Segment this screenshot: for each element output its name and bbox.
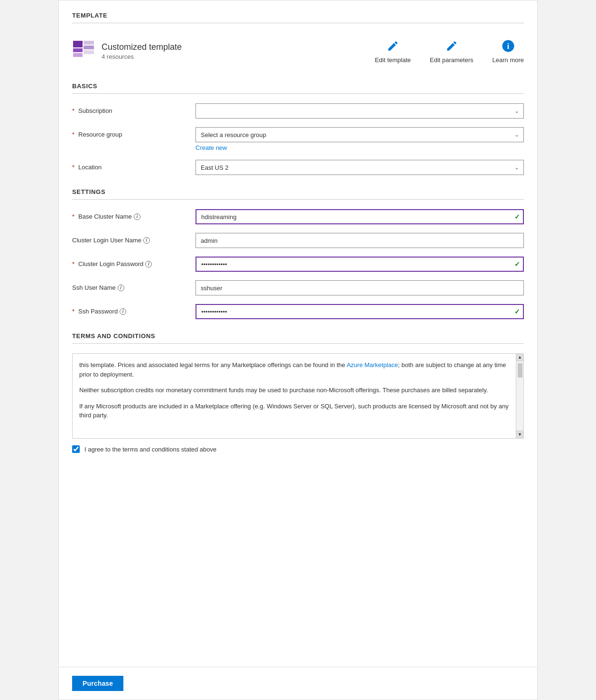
base-cluster-required-star: *: [72, 213, 74, 220]
location-row: * Location East US 2 ⌄: [72, 160, 524, 175]
terms-paragraph-1: this template. Prices and associated leg…: [79, 360, 514, 379]
ssh-password-input-wrapper: ✓: [196, 304, 524, 319]
ssh-username-label: Ssh User Name i: [72, 280, 196, 291]
cluster-login-password-row: * Cluster Login Password i ✓: [72, 257, 524, 272]
page-footer: Purchase: [59, 667, 537, 700]
settings-section-header: SETTINGS: [72, 188, 524, 200]
ssh-username-input[interactable]: [196, 280, 524, 295]
template-info-row: Customized template 4 resources Edit tem…: [72, 33, 524, 69]
ssh-password-row: * Ssh Password i ✓: [72, 304, 524, 319]
ssh-password-valid-icon: ✓: [514, 308, 520, 315]
edit-parameters-button[interactable]: Edit parameters: [430, 38, 474, 64]
ssh-password-control: ✓: [196, 304, 524, 319]
create-new-link[interactable]: Create new: [196, 144, 227, 151]
agree-label[interactable]: I agree to the terms and conditions stat…: [84, 446, 216, 453]
cluster-login-username-control: [196, 233, 524, 248]
azure-marketplace-link[interactable]: Azure Marketplace: [346, 361, 398, 368]
cluster-login-password-input-wrapper: ✓: [196, 257, 524, 272]
base-cluster-info-icon[interactable]: i: [134, 213, 140, 220]
edit-parameters-icon: [444, 38, 459, 54]
subscription-row: * Subscription ⌄: [72, 103, 524, 119]
svg-rect-1: [73, 48, 83, 52]
basics-section: BASICS * Subscription ⌄: [72, 83, 524, 175]
subscription-select[interactable]: [196, 103, 524, 119]
cluster-login-password-required-star: *: [72, 260, 74, 267]
location-control: East US 2 ⌄: [196, 160, 524, 175]
location-required-star: *: [72, 164, 74, 171]
resource-group-label: * Resource group: [72, 127, 196, 138]
scroll-down-icon[interactable]: ▼: [516, 431, 524, 438]
template-subtitle: 4 resources: [102, 53, 182, 60]
ssh-username-info-icon[interactable]: i: [118, 285, 124, 291]
basics-section-header: BASICS: [72, 83, 524, 94]
resource-group-select[interactable]: Select a resource group: [196, 127, 524, 142]
cluster-login-password-valid-icon: ✓: [514, 260, 520, 268]
base-cluster-name-input-wrapper: ✓: [196, 209, 524, 224]
subscription-select-wrapper: ⌄: [196, 103, 524, 119]
ssh-password-info-icon[interactable]: i: [120, 308, 126, 315]
resource-group-row: * Resource group Select a resource group…: [72, 127, 524, 151]
learn-more-label: Learn more: [493, 56, 524, 64]
subscription-required-star: *: [72, 107, 74, 114]
edit-template-label: Edit template: [375, 56, 411, 64]
cluster-login-password-info-icon[interactable]: i: [145, 261, 152, 267]
svg-rect-4: [84, 46, 94, 49]
base-cluster-name-control: ✓: [196, 209, 524, 224]
edit-template-icon: [385, 38, 400, 54]
template-left: Customized template 4 resources: [72, 40, 182, 63]
terms-section: TERMS AND CONDITIONS this template. Pric…: [72, 332, 524, 453]
cluster-login-password-input[interactable]: [196, 257, 524, 272]
resource-group-required-star: *: [72, 131, 74, 138]
svg-rect-3: [84, 41, 94, 45]
cluster-login-username-input-wrapper: [196, 233, 524, 248]
scroll-thumb[interactable]: [518, 363, 522, 378]
resource-group-control: Select a resource group ⌄ Create new: [196, 127, 524, 151]
learn-more-button[interactable]: i Learn more: [493, 38, 524, 64]
template-actions: Edit template Edit parameters: [375, 38, 524, 64]
base-cluster-name-valid-icon: ✓: [514, 213, 520, 221]
template-icon: [72, 40, 95, 63]
cluster-login-username-label: Cluster Login User Name i: [72, 233, 196, 244]
settings-section: SETTINGS * Base Cluster Name i ✓: [72, 188, 524, 319]
base-cluster-name-input[interactable]: [196, 209, 524, 224]
ssh-password-label: * Ssh Password i: [72, 304, 196, 315]
scroll-up-icon[interactable]: ▲: [516, 354, 524, 361]
base-cluster-name-label: * Base Cluster Name i: [72, 209, 196, 220]
location-select-wrapper: East US 2 ⌄: [196, 160, 524, 175]
template-section-header: TEMPLATE: [72, 12, 524, 23]
ssh-username-row: Ssh User Name i: [72, 280, 524, 295]
agree-row: I agree to the terms and conditions stat…: [72, 445, 524, 453]
template-title: Customized template: [102, 42, 182, 52]
edit-template-button[interactable]: Edit template: [375, 38, 411, 64]
svg-text:i: i: [507, 41, 509, 51]
ssh-password-required-star: *: [72, 308, 74, 315]
svg-rect-5: [84, 50, 94, 54]
subscription-label: * Subscription: [72, 103, 196, 114]
terms-paragraph-2: Neither subscription credits nor monetar…: [79, 386, 514, 395]
terms-paragraph-3: If any Microsoft products are included i…: [79, 402, 514, 420]
location-select[interactable]: East US 2: [196, 160, 524, 175]
subscription-control: ⌄: [196, 103, 524, 119]
ssh-password-input[interactable]: [196, 304, 524, 319]
resource-group-select-wrapper: Select a resource group ⌄: [196, 127, 524, 142]
cluster-login-username-row: Cluster Login User Name i: [72, 233, 524, 248]
learn-more-icon: i: [501, 38, 516, 54]
base-cluster-name-row: * Base Cluster Name i ✓: [72, 209, 524, 224]
cluster-login-username-info-icon[interactable]: i: [143, 237, 150, 244]
terms-box[interactable]: this template. Prices and associated leg…: [72, 353, 524, 439]
purchase-button[interactable]: Purchase: [72, 676, 123, 691]
template-section: TEMPLATE Customized template 4 resourc: [72, 12, 524, 69]
svg-rect-2: [73, 53, 83, 57]
edit-parameters-label: Edit parameters: [430, 56, 474, 64]
agree-checkbox[interactable]: [72, 445, 80, 453]
cluster-login-password-control: ✓: [196, 257, 524, 272]
ssh-username-input-wrapper: [196, 280, 524, 295]
ssh-username-control: [196, 280, 524, 295]
cluster-login-username-input[interactable]: [196, 233, 524, 248]
location-label: * Location: [72, 160, 196, 171]
terms-content: this template. Prices and associated leg…: [73, 354, 523, 438]
terms-scrollbar: ▲ ▼: [516, 354, 523, 438]
template-text: Customized template 4 resources: [102, 42, 182, 60]
terms-section-header: TERMS AND CONDITIONS: [72, 332, 524, 344]
svg-rect-0: [73, 41, 83, 47]
